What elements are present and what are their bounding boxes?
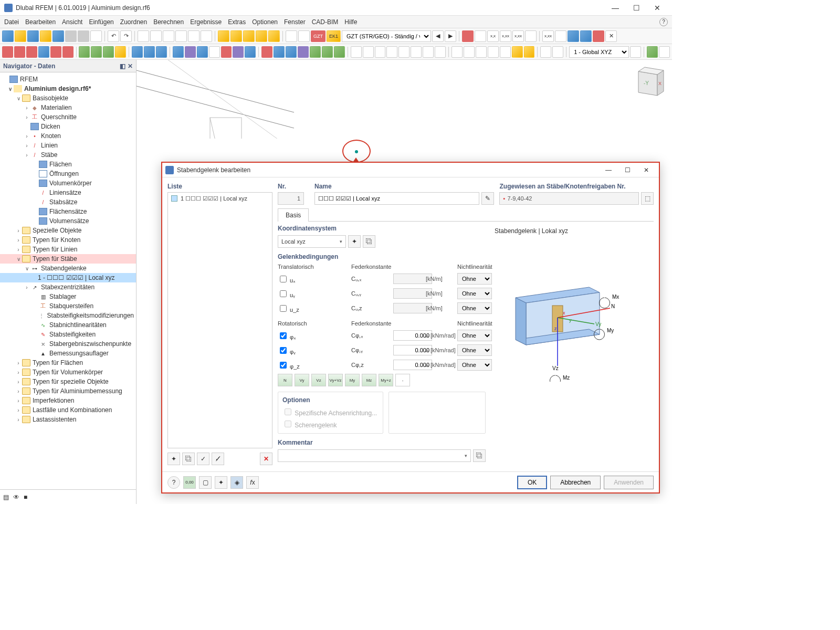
new-icon[interactable] <box>2 30 14 42</box>
marker-icon[interactable] <box>580 30 592 42</box>
t2-4-icon[interactable] <box>38 46 49 58</box>
t2-23-icon[interactable] <box>286 46 297 58</box>
tree-stabexz[interactable]: ›↗Stabexzentrizitäten <box>0 282 136 292</box>
saveall-icon[interactable] <box>52 30 64 42</box>
t2-28-icon[interactable] <box>351 46 362 58</box>
tree-knoten[interactable]: ›Knoten <box>0 131 136 141</box>
note-icon[interactable] <box>568 30 579 42</box>
uz-check[interactable] <box>280 305 287 312</box>
t2-42-icon[interactable] <box>524 46 535 58</box>
t2-7-icon[interactable] <box>79 46 90 58</box>
tree-basis[interactable]: ∨Basisobjekte <box>0 93 136 103</box>
view1-icon[interactable] <box>286 30 297 42</box>
tree-staberg[interactable]: ⤫Stabergebniszwischenpunkte <box>0 339 136 349</box>
tree-materialien[interactable]: ›◆Materialien <box>0 103 136 112</box>
hinge-list[interactable]: 1 ☐☐☐ ☑☑☑ | Local xyz <box>167 192 272 448</box>
tree-stabnicht[interactable]: ∿Stabnichtlinearitäten <box>0 320 136 330</box>
help-button[interactable]: ? <box>167 476 180 489</box>
t2-15-icon[interactable] <box>185 46 196 58</box>
t2-41-icon[interactable] <box>512 46 523 58</box>
tree-volumensaetze[interactable]: Volumensätze <box>0 216 136 226</box>
zoom-win-icon[interactable] <box>230 30 242 42</box>
ok-button[interactable]: OK <box>517 476 547 489</box>
tree-bemessung[interactable]: ▲Bemessungsauflager <box>0 349 136 358</box>
tree-linien[interactable]: ›Linien <box>0 141 136 150</box>
coord-new-button[interactable]: ✦ <box>348 235 361 248</box>
preset-mymz[interactable]: My+z <box>379 374 393 386</box>
t2-6-icon[interactable] <box>62 46 74 58</box>
menu-datei[interactable]: Datei <box>4 18 19 26</box>
t2-40-icon[interactable] <box>500 46 511 58</box>
cancel-button[interactable]: Abbrechen <box>550 476 601 489</box>
t2-33-icon[interactable] <box>411 46 422 58</box>
preset-vy[interactable]: Vy <box>295 374 309 386</box>
menu-bearbeiten[interactable]: Bearbeiten <box>25 18 56 26</box>
gzt-badge[interactable]: GZT <box>311 30 326 42</box>
uz-nl-combo[interactable]: Ohne <box>457 302 492 314</box>
preset-vyvz[interactable]: Vy+Vz <box>328 374 343 386</box>
close-button[interactable]: ✕ <box>647 1 668 15</box>
copy-icon[interactable] <box>90 30 102 42</box>
result-icon[interactable] <box>201 30 212 42</box>
tree-stabsteifmod[interactable]: ⋮Stabsteifigkeitsmodifizierungen <box>0 311 136 320</box>
t2-1-icon[interactable] <box>2 46 13 58</box>
calc-icon[interactable] <box>188 30 200 42</box>
reload-icon[interactable] <box>27 30 39 42</box>
phiy-nl-combo[interactable]: Ohne <box>457 344 492 356</box>
phiz-check[interactable] <box>280 362 287 369</box>
tree-flaechen[interactable]: Flächen <box>0 160 136 169</box>
dialog-close[interactable]: ✕ <box>637 164 656 176</box>
t2-32-icon[interactable] <box>398 46 410 58</box>
phix-nl-combo[interactable]: Ohne <box>457 330 492 341</box>
prev-icon[interactable]: ◀ <box>432 30 444 42</box>
tree-spezielle[interactable]: ›Spezielle Objekte <box>0 226 136 235</box>
redo-icon[interactable]: ↷ <box>120 30 132 42</box>
table2-icon[interactable] <box>150 30 162 42</box>
preset-my[interactable]: My <box>345 374 360 386</box>
list-new-button[interactable]: ✦ <box>167 453 180 465</box>
nav-tab1-icon[interactable]: ▤ <box>3 494 9 501</box>
t2-43-icon[interactable] <box>540 46 551 58</box>
tree-liniensaetze[interactable]: Liniensätze <box>0 188 136 197</box>
tree-stabsteif[interactable]: ✎Stabsteifigkeiten <box>0 330 136 339</box>
coord-combo[interactable]: 1 - Global XYZ <box>569 46 629 58</box>
dialog-minimize[interactable]: — <box>599 164 618 176</box>
t2-47-icon[interactable] <box>659 46 670 58</box>
preview3d-button[interactable]: ◈ <box>230 476 243 489</box>
t2-36-icon[interactable] <box>452 46 463 58</box>
ek1-badge[interactable]: EK1 <box>327 30 341 42</box>
preview-icon[interactable] <box>78 30 89 42</box>
tree-file[interactable]: ∨Aluminium design.rf6* <box>0 84 136 93</box>
t2-46-icon[interactable] <box>647 46 658 58</box>
tree-typalu[interactable]: ›Typen für Aluminiumbemessung <box>0 386 136 396</box>
print-icon[interactable] <box>65 30 77 42</box>
dim1-icon[interactable] <box>475 30 486 42</box>
t2-5-icon[interactable] <box>50 46 61 58</box>
units-button[interactable]: 0,00 <box>183 476 196 489</box>
phiy-check[interactable] <box>280 347 287 354</box>
t2-44-icon[interactable] <box>552 46 563 58</box>
tree-staebe[interactable]: ›Stäbe <box>0 150 136 160</box>
dialog-maximize[interactable]: ☐ <box>618 164 637 176</box>
t2-22-icon[interactable] <box>274 46 285 58</box>
tree-querschnitte[interactable]: ›工Querschnitte <box>0 112 136 122</box>
tree-hinge-1[interactable]: 1 - ☐☐☐ ☑☑☑ | Local xyz <box>0 273 136 282</box>
tree-typstaebe[interactable]: ∨Typen für Stäbe <box>0 254 136 264</box>
menu-fenster[interactable]: Fenster <box>284 18 306 26</box>
zoom-all-icon[interactable] <box>243 30 255 42</box>
undo-icon[interactable]: ↶ <box>108 30 119 42</box>
preset-clear[interactable]: - <box>395 374 410 386</box>
pan-icon[interactable] <box>256 30 267 42</box>
tree-typvolumen[interactable]: ›Typen für Volumenkörper <box>0 368 136 377</box>
rotate-icon[interactable] <box>268 30 280 42</box>
t2-9-icon[interactable] <box>103 46 114 58</box>
tree-lastfaelle[interactable]: ›Lastfälle und Kombinationen <box>0 405 136 415</box>
coord-system-combo[interactable]: Local xyz▾ <box>278 235 346 248</box>
save-icon[interactable] <box>40 30 51 42</box>
menu-cadbim[interactable]: CAD-BIM <box>312 18 339 26</box>
t2-37-icon[interactable] <box>464 46 475 58</box>
t2-21-icon[interactable] <box>261 46 272 58</box>
uy-nl-combo[interactable]: Ohne <box>457 288 492 299</box>
table1-icon[interactable] <box>138 30 149 42</box>
table3-icon[interactable] <box>163 30 174 42</box>
